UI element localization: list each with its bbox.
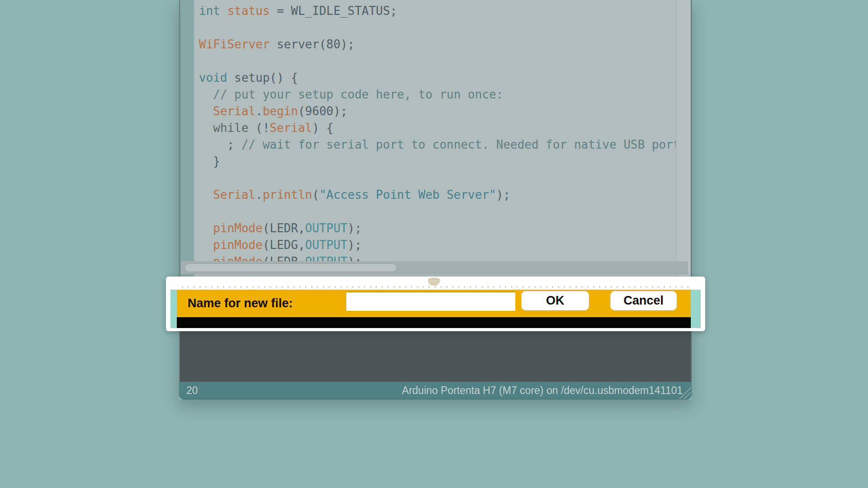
divider-grip-icon[interactable] bbox=[428, 278, 440, 286]
editor-console-divider bbox=[179, 286, 690, 288]
status-board-info: Arduino Portenta H7 (M7 core) on /dev/cu… bbox=[402, 385, 692, 397]
horizontal-scrollbar-thumb[interactable] bbox=[184, 263, 397, 272]
console-collapsed-bar bbox=[177, 317, 691, 328]
code-line bbox=[199, 19, 676, 36]
horizontal-scrollbar[interactable] bbox=[181, 261, 688, 274]
code-line bbox=[199, 170, 676, 187]
code-line: int status = WL_IDLE_STATUS; bbox=[199, 3, 676, 19]
cancel-button[interactable]: Cancel bbox=[610, 291, 677, 310]
code-line: pinMode(LEDR,OUTPUT); bbox=[199, 220, 676, 237]
code-text: int status = WL_IDLE_STATUS;WiFiServer s… bbox=[199, 3, 676, 270]
prompt-highlight-frame: Name for new file: OK Cancel bbox=[166, 277, 705, 331]
code-line: // put your setup code here, to run once… bbox=[199, 86, 676, 103]
code-line: while (!Serial) { bbox=[199, 120, 676, 136]
new-file-name-input[interactable] bbox=[346, 291, 515, 311]
status-bar: 20 Arduino Portenta H7 (M7 core) on /dev… bbox=[179, 382, 692, 399]
status-line-number: 20 bbox=[179, 385, 198, 397]
code-line: WiFiServer server(80); bbox=[199, 36, 676, 53]
desktop-background: int status = WL_IDLE_STATUS;WiFiServer s… bbox=[0, 0, 868, 488]
new-file-prompt-bar: Name for new file: OK Cancel bbox=[177, 290, 691, 317]
prompt-label: Name for new file: bbox=[188, 290, 293, 317]
code-editor[interactable]: int status = WL_IDLE_STATUS;WiFiServer s… bbox=[194, 0, 676, 277]
code-line: void setup() { bbox=[199, 70, 676, 86]
code-line: Serial.begin(9600); bbox=[199, 103, 676, 120]
code-line: Serial.println("Access Point Web Server"… bbox=[199, 187, 676, 203]
code-line: pinMode(LEDG,OUTPUT); bbox=[199, 237, 676, 253]
code-line bbox=[199, 203, 676, 220]
code-line: ; // wait for serial port to connect. Ne… bbox=[199, 136, 676, 153]
vertical-scrollbar-track[interactable] bbox=[676, 0, 691, 277]
arduino-ide-window: int status = WL_IDLE_STATUS;WiFiServer s… bbox=[179, 0, 692, 399]
code-line bbox=[199, 53, 676, 70]
frame-right-pad bbox=[691, 290, 701, 328]
frame-left-pad bbox=[170, 290, 177, 328]
ok-button[interactable]: OK bbox=[521, 291, 589, 310]
code-line: } bbox=[199, 153, 676, 170]
